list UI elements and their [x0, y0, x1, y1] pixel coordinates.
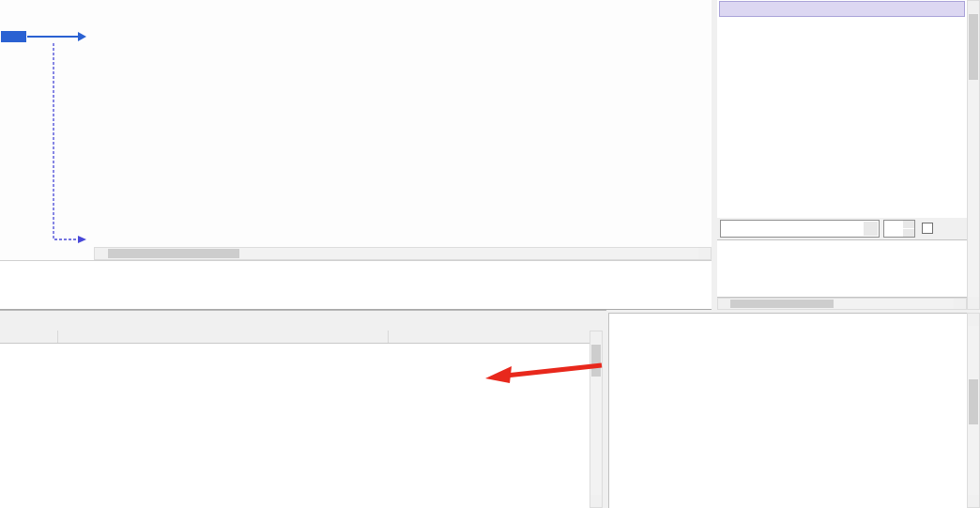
scroll-down-icon[interactable]	[968, 495, 979, 507]
disassembly-hscrollbar[interactable]	[94, 247, 712, 260]
scroll-left-icon[interactable]	[95, 248, 107, 259]
info-pane	[0, 260, 712, 310]
dump-scrollbar[interactable]	[590, 331, 603, 508]
arguments-list	[717, 239, 967, 298]
dump-tab-bar	[0, 310, 606, 331]
dump-header-hex	[58, 331, 389, 343]
scroll-thumb[interactable]	[108, 249, 239, 258]
registers-scrollbar[interactable]	[967, 0, 980, 310]
dump-header	[0, 331, 590, 344]
disassembly-pane	[0, 0, 712, 260]
dump-header-address	[0, 331, 58, 343]
registers-pane	[717, 0, 967, 218]
scroll-left-icon[interactable]	[718, 299, 730, 309]
calling-convention-select[interactable]	[720, 220, 880, 238]
scroll-right-icon[interactable]	[698, 248, 711, 259]
scroll-down-icon[interactable]	[968, 297, 979, 309]
chevron-down-icon[interactable]	[864, 222, 878, 236]
scroll-up-icon[interactable]	[968, 314, 979, 326]
scroll-thumb[interactable]	[730, 300, 834, 308]
scroll-down-icon[interactable]	[590, 495, 602, 507]
scroll-thumb[interactable]	[591, 345, 601, 377]
arguments-hscrollbar[interactable]	[717, 298, 967, 310]
arg-count-spinner[interactable]	[883, 220, 915, 238]
register-rows	[717, 19, 967, 218]
scroll-right-icon[interactable]	[954, 299, 966, 309]
scroll-thumb[interactable]	[969, 14, 978, 80]
eip-marker	[1, 31, 26, 42]
scroll-thumb[interactable]	[969, 379, 978, 424]
memory-dump-pane	[0, 331, 590, 508]
debugger-window	[0, 0, 980, 508]
spinner-up-icon[interactable]	[903, 221, 914, 228]
disassembly-rows	[0, 1, 712, 247]
scroll-up-icon[interactable]	[968, 1, 979, 13]
hide-fpu-button[interactable]	[719, 1, 965, 17]
stack-scrollbar[interactable]	[967, 313, 980, 508]
spinner-down-icon[interactable]	[903, 229, 914, 237]
scroll-up-icon[interactable]	[590, 331, 602, 344]
dump-header-ascii	[389, 331, 396, 343]
unlock-checkbox[interactable]	[922, 223, 933, 234]
stack-pane	[608, 313, 967, 508]
arguments-pane	[717, 218, 967, 310]
